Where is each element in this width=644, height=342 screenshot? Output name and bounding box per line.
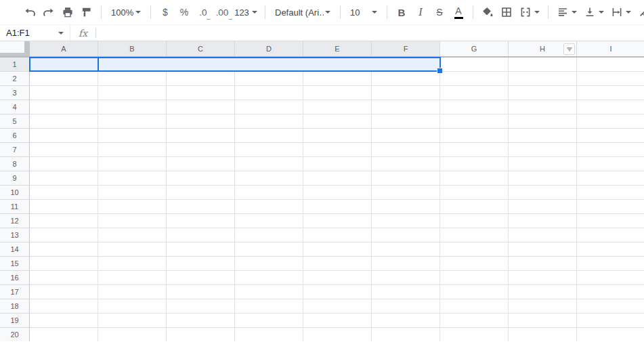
cell-C17[interactable] [167, 285, 235, 299]
cell-I18[interactable] [577, 299, 644, 314]
cell-A15[interactable] [30, 257, 98, 271]
row-header-15[interactable]: 15 [0, 257, 30, 271]
cell-A8[interactable] [30, 157, 98, 171]
cell-C9[interactable] [167, 171, 235, 186]
zoom-select[interactable]: 100% [106, 3, 146, 22]
cell-H2[interactable] [509, 72, 577, 86]
cell-C4[interactable] [167, 100, 235, 114]
cell-I1[interactable] [577, 58, 644, 72]
cell-B11[interactable] [98, 200, 167, 214]
cell-H6[interactable] [509, 129, 577, 143]
cell-A5[interactable] [30, 114, 98, 129]
cell-F15[interactable] [372, 257, 440, 271]
row-header-9[interactable]: 9 [0, 171, 30, 186]
cell-E3[interactable] [303, 86, 372, 100]
cell-H8[interactable] [509, 157, 577, 171]
cell-G14[interactable] [440, 242, 509, 257]
cell-E16[interactable] [303, 271, 372, 285]
cell-D14[interactable] [235, 242, 303, 257]
cell-F17[interactable] [372, 285, 440, 299]
cell-C14[interactable] [167, 242, 235, 257]
cell-B7[interactable] [98, 143, 167, 157]
cell-D7[interactable] [235, 143, 303, 157]
cell-G6[interactable] [440, 129, 509, 143]
cell-A11[interactable] [30, 200, 98, 214]
cell-H1[interactable] [509, 58, 577, 72]
cell-F20[interactable] [372, 328, 440, 341]
format-currency-button[interactable]: $ [156, 3, 175, 22]
cell-C18[interactable] [167, 299, 235, 314]
cell-G15[interactable] [440, 257, 509, 271]
cell-E15[interactable] [303, 257, 372, 271]
cell-C10[interactable] [167, 186, 235, 200]
cell-E14[interactable] [303, 242, 372, 257]
undo-button[interactable] [20, 3, 39, 22]
column-dropdown-button[interactable] [563, 43, 575, 55]
cell-F9[interactable] [372, 171, 440, 186]
row-header-18[interactable]: 18 [0, 299, 30, 314]
cell-G17[interactable] [440, 285, 509, 299]
cell-C2[interactable] [167, 72, 235, 86]
cell-I5[interactable] [577, 114, 644, 129]
cell-I4[interactable] [577, 100, 644, 114]
fill-handle[interactable] [437, 68, 442, 73]
cell-F10[interactable] [372, 186, 440, 200]
formula-input[interactable] [96, 25, 644, 41]
cell-E12[interactable] [303, 214, 372, 228]
italic-button[interactable]: I [411, 3, 430, 22]
cell-D17[interactable] [235, 285, 303, 299]
cell-I19[interactable] [577, 314, 644, 328]
cell-H12[interactable] [509, 214, 577, 228]
paint-format-button[interactable] [77, 3, 96, 22]
cell-I3[interactable] [577, 86, 644, 100]
row-header-5[interactable]: 5 [0, 114, 30, 129]
cell-E13[interactable] [303, 228, 372, 242]
cell-F19[interactable] [372, 314, 440, 328]
text-wrap-button[interactable] [607, 3, 635, 22]
cell-C13[interactable] [167, 228, 235, 242]
cell-A18[interactable] [30, 299, 98, 314]
cell-B17[interactable] [98, 285, 167, 299]
row-header-1[interactable]: 1 [0, 58, 30, 72]
cell-B16[interactable] [98, 271, 167, 285]
cell-B3[interactable] [98, 86, 167, 100]
cell-C20[interactable] [167, 328, 235, 341]
cell-C11[interactable] [167, 200, 235, 214]
column-header-F[interactable]: F [372, 41, 440, 56]
cell-A3[interactable] [30, 86, 98, 100]
row-header-8[interactable]: 8 [0, 157, 30, 171]
cell-D5[interactable] [235, 114, 303, 129]
cell-A14[interactable] [30, 242, 98, 257]
row-header-20[interactable]: 20 [0, 328, 30, 341]
cell-A9[interactable] [30, 171, 98, 186]
cell-G4[interactable] [440, 100, 509, 114]
cell-G18[interactable] [440, 299, 509, 314]
cell-E10[interactable] [303, 186, 372, 200]
cell-H16[interactable] [509, 271, 577, 285]
cell-H13[interactable] [509, 228, 577, 242]
cell-B19[interactable] [98, 314, 167, 328]
row-header-6[interactable]: 6 [0, 129, 30, 143]
cell-D16[interactable] [235, 271, 303, 285]
cell-F3[interactable] [372, 86, 440, 100]
cell-A10[interactable] [30, 186, 98, 200]
cell-A19[interactable] [30, 314, 98, 328]
cell-H19[interactable] [509, 314, 577, 328]
cell-E20[interactable] [303, 328, 372, 341]
row-header-2[interactable]: 2 [0, 72, 30, 86]
cell-D18[interactable] [235, 299, 303, 314]
row-header-11[interactable]: 11 [0, 200, 30, 214]
cell-I9[interactable] [577, 171, 644, 186]
cell-I11[interactable] [577, 200, 644, 214]
cell-G5[interactable] [440, 114, 509, 129]
cell-H15[interactable] [509, 257, 577, 271]
row-header-3[interactable]: 3 [0, 86, 30, 100]
format-percent-button[interactable]: % [175, 3, 194, 22]
cell-H11[interactable] [509, 200, 577, 214]
cell-I8[interactable] [577, 157, 644, 171]
cell-F4[interactable] [372, 100, 440, 114]
cell-C6[interactable] [167, 129, 235, 143]
cell-D6[interactable] [235, 129, 303, 143]
cell-G9[interactable] [440, 171, 509, 186]
cell-E18[interactable] [303, 299, 372, 314]
